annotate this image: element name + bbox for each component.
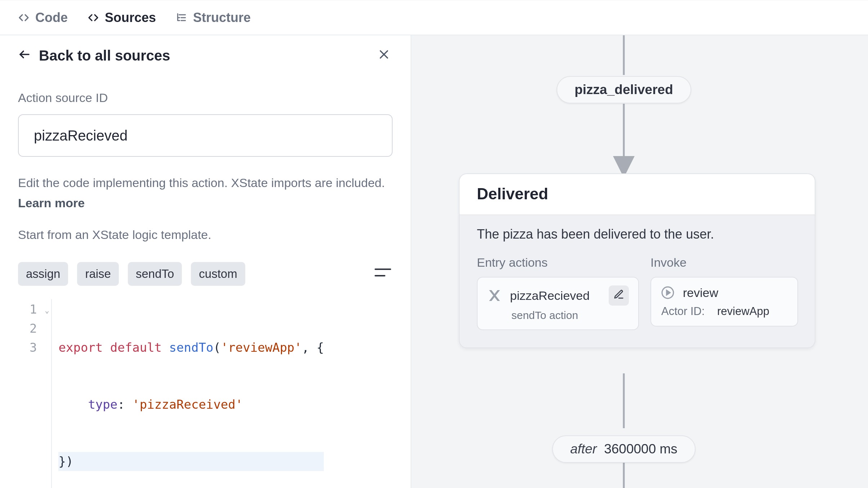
arrow-left-icon (18, 48, 31, 63)
edit-action-button[interactable] (609, 285, 629, 306)
panel-header: Back to all sources (0, 35, 411, 75)
state-node[interactable]: Delivered The pizza has been delivered t… (459, 173, 815, 348)
template-custom-button[interactable]: custom (191, 262, 245, 286)
play-circle-icon (661, 285, 675, 300)
field-label: Action source ID (18, 91, 393, 105)
code-token: : (117, 397, 132, 412)
transition-event-node[interactable]: pizza_delivered (556, 76, 691, 103)
code-token: 'pizzaReceived' (132, 397, 243, 412)
tab-structure-label: Structure (193, 10, 251, 25)
invoke-actor-row: Actor ID: reviewApp (661, 305, 788, 318)
format-code-button[interactable] (373, 264, 393, 284)
source-editor-panel: Back to all sources Action source ID Edi… (0, 35, 411, 488)
tab-code[interactable]: Code (18, 10, 68, 25)
entry-actions-header: Entry actions (477, 256, 639, 270)
code-token: export (58, 340, 103, 355)
template-pill-row: assign raise sendTo custom (18, 262, 393, 286)
template-help-text: Start from an XState logic template. (18, 225, 393, 245)
actor-id-value: reviewApp (717, 305, 769, 318)
template-sendto-button[interactable]: sendTo (128, 262, 182, 286)
svg-marker-13 (667, 290, 670, 295)
xstate-logo-icon (487, 288, 502, 303)
transition-timer-node[interactable]: after 3600000 ms (552, 435, 695, 463)
learn-more-link[interactable]: Learn more (18, 196, 85, 210)
format-icon (374, 266, 392, 283)
tab-sources-label: Sources (105, 10, 156, 25)
tab-sources[interactable]: Sources (88, 10, 156, 25)
code-token: ( (213, 340, 220, 355)
tab-code-label: Code (35, 10, 68, 25)
code-token: sendTo (169, 340, 214, 355)
event-name: pizza_delivered (574, 82, 673, 97)
help-text-body: Edit the code implementing this action. … (18, 176, 385, 190)
close-icon (378, 48, 390, 63)
actor-id-label: Actor ID: (661, 305, 705, 318)
code-token: , { (302, 340, 324, 355)
line-number: 3 (30, 340, 37, 355)
timer-value: 3600000 ms (604, 442, 677, 457)
state-description: The pizza has been delivered to the user… (477, 227, 797, 242)
close-button[interactable] (375, 47, 393, 64)
action-source-id-input[interactable] (18, 114, 393, 157)
help-text: Edit the code implementing this action. … (18, 173, 393, 213)
tree-structure-icon (176, 12, 187, 23)
line-number: 2 (30, 321, 37, 336)
code-token: }) (58, 454, 73, 469)
template-raise-button[interactable]: raise (77, 262, 119, 286)
line-number: 1 (30, 302, 37, 316)
code-brackets-icon (88, 12, 99, 23)
edit-icon (613, 289, 624, 302)
tab-structure[interactable]: Structure (176, 10, 251, 25)
code-token: 'reviewApp' (221, 340, 302, 355)
invoke-name: review (683, 286, 788, 300)
panel-body: Action source ID Edit the code implement… (0, 75, 411, 488)
line-gutter: 1⌄ 2 3 (18, 299, 52, 488)
entry-action-subtitle: sendTo action (511, 309, 629, 321)
back-button[interactable]: Back to all sources (18, 48, 170, 64)
code-token: default (110, 340, 162, 355)
timer-after-label: after (570, 442, 597, 457)
fold-chevron-icon[interactable]: ⌄ (45, 305, 49, 316)
entry-action-name: pizzaRecieved (510, 289, 601, 303)
code-area[interactable]: export default sendTo('reviewApp', { typ… (52, 299, 324, 488)
code-editor[interactable]: 1⌄ 2 3 export default sendTo('reviewApp'… (18, 299, 393, 488)
invoke-chip[interactable]: review Actor ID: reviewApp (650, 277, 798, 327)
state-title: Delivered (460, 174, 815, 215)
entry-action-chip[interactable]: pizzaRecieved sendTo action (477, 277, 639, 330)
invoke-header: Invoke (650, 256, 798, 270)
diagram-canvas[interactable]: pizza_delivered Delivered The pizza has … (411, 35, 868, 488)
top-tabs: Code Sources Structure (0, 0, 868, 35)
code-brackets-icon (18, 12, 30, 23)
template-assign-button[interactable]: assign (18, 262, 68, 286)
code-token: type (88, 397, 117, 412)
back-label: Back to all sources (39, 48, 170, 64)
